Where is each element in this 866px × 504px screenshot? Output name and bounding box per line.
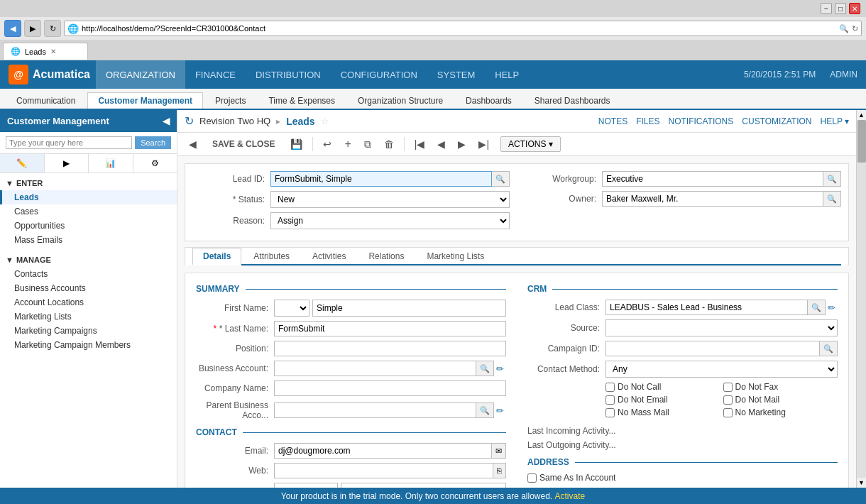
search-input[interactable] bbox=[6, 136, 132, 149]
email-input[interactable] bbox=[274, 443, 492, 459]
right-scrollbar[interactable]: ▲ ▼ bbox=[856, 110, 866, 488]
lead-class-lookup-icon[interactable]: 🔍 bbox=[808, 300, 826, 315]
help-dropdown-button[interactable]: HELP ▾ bbox=[821, 116, 849, 126]
module-nav-projects[interactable]: Projects bbox=[204, 92, 256, 109]
customization-button[interactable]: CUSTOMIZATION bbox=[742, 116, 811, 126]
minimize-button[interactable]: − bbox=[821, 3, 832, 14]
nav-item-configuration[interactable]: CONFIGURATION bbox=[331, 60, 427, 89]
phone1-type-select[interactable]: Business 1 bbox=[274, 483, 338, 488]
tab-marketing-lists[interactable]: Marketing Lists bbox=[416, 248, 495, 264]
no-mass-mail-checkbox[interactable] bbox=[605, 408, 615, 417]
module-nav-communication[interactable]: Communication bbox=[6, 92, 86, 109]
sidebar-section-manage-header[interactable]: ▼ MANAGE bbox=[0, 253, 177, 267]
web-open-icon[interactable]: ⎘ bbox=[493, 463, 506, 478]
module-nav-customer-management[interactable]: Customer Management bbox=[87, 92, 203, 109]
notifications-button[interactable]: NOTIFICATIONS bbox=[669, 116, 734, 126]
nav-item-finance[interactable]: FINANCE bbox=[185, 60, 246, 89]
workgroup-input[interactable] bbox=[602, 171, 823, 187]
breadcrumb-refresh-icon[interactable]: ↻ bbox=[185, 114, 194, 128]
web-input[interactable] bbox=[274, 463, 493, 478]
first-record-button[interactable]: |◀ bbox=[410, 136, 429, 152]
actions-button[interactable]: ACTIONS ▾ bbox=[500, 136, 561, 152]
maximize-button[interactable]: □ bbox=[835, 3, 846, 14]
activate-link[interactable]: Activate bbox=[555, 491, 586, 501]
sidebar-item-marketing-lists[interactable]: Marketing Lists bbox=[0, 309, 177, 324]
email-compose-icon[interactable]: ✉ bbox=[492, 443, 506, 459]
campaign-input[interactable] bbox=[605, 341, 820, 356]
save-close-button[interactable]: SAVE & CLOSE bbox=[205, 137, 282, 151]
contact-method-select[interactable]: Any bbox=[605, 361, 838, 378]
owner-lookup-icon[interactable]: 🔍 bbox=[823, 191, 841, 207]
add-button[interactable]: + bbox=[340, 136, 355, 153]
do-not-mail-checkbox[interactable] bbox=[723, 395, 733, 405]
sidebar-chart-icon[interactable]: 📊 bbox=[89, 154, 133, 172]
breadcrumb-star-icon[interactable]: ☆ bbox=[321, 116, 329, 126]
sidebar-item-marketing-campaign-members[interactable]: Marketing Campaign Members bbox=[0, 338, 177, 352]
tab-relations[interactable]: Relations bbox=[358, 248, 415, 264]
lead-id-lookup-icon[interactable]: 🔍 bbox=[492, 171, 510, 187]
sidebar-item-account-locations[interactable]: Account Locations bbox=[0, 295, 177, 309]
nav-item-system[interactable]: SYSTEM bbox=[427, 60, 485, 89]
refresh-button[interactable]: ↻ bbox=[44, 20, 61, 37]
close-button[interactable]: ✕ bbox=[849, 3, 860, 14]
owner-input[interactable] bbox=[602, 191, 823, 207]
address-bar[interactable] bbox=[82, 24, 836, 33]
same-as-account-checkbox[interactable] bbox=[527, 473, 537, 483]
reason-select[interactable]: Assign bbox=[270, 212, 510, 229]
lead-class-input[interactable] bbox=[605, 300, 808, 315]
prev-record-button[interactable]: ◀ bbox=[433, 136, 449, 152]
active-tab[interactable]: 🌐 Leads ✕ bbox=[3, 43, 88, 60]
do-not-fax-checkbox[interactable] bbox=[723, 383, 733, 392]
parent-business-lookup-icon[interactable]: 🔍 bbox=[476, 402, 494, 418]
sidebar-collapse-icon[interactable]: ◀ bbox=[163, 116, 170, 126]
sidebar-edit-icon[interactable]: ✏️ bbox=[0, 154, 45, 172]
parent-business-edit-icon[interactable]: ✏ bbox=[494, 405, 506, 416]
sidebar-item-contacts[interactable]: Contacts bbox=[0, 267, 177, 281]
scroll-up-button[interactable]: ▲ bbox=[857, 110, 866, 120]
copy-button[interactable]: ⧉ bbox=[360, 136, 376, 153]
nav-item-organization[interactable]: ORGANIZATION bbox=[96, 60, 185, 89]
sidebar-item-opportunities[interactable]: Opportunities bbox=[0, 219, 177, 233]
business-account-lookup-icon[interactable]: 🔍 bbox=[476, 361, 494, 376]
module-nav-org-structure[interactable]: Organization Structure bbox=[347, 92, 454, 109]
no-marketing-checkbox[interactable] bbox=[723, 408, 733, 417]
nav-item-distribution[interactable]: DISTRIBUTION bbox=[246, 60, 331, 89]
sidebar-item-cases[interactable]: Cases bbox=[0, 204, 177, 219]
tab-attributes[interactable]: Attributes bbox=[243, 248, 300, 264]
do-not-call-checkbox[interactable] bbox=[605, 383, 615, 392]
tab-close-icon[interactable]: ✕ bbox=[50, 48, 56, 55]
parent-business-input[interactable] bbox=[274, 402, 476, 418]
lead-id-input[interactable] bbox=[270, 171, 492, 187]
company-name-input[interactable] bbox=[274, 380, 506, 396]
sidebar-item-business-accounts[interactable]: Business Accounts bbox=[0, 281, 177, 295]
module-nav-time-expenses[interactable]: Time & Expenses bbox=[258, 92, 346, 109]
business-account-input[interactable] bbox=[274, 361, 476, 376]
tab-activities[interactable]: Activities bbox=[302, 248, 356, 264]
forward-button[interactable]: ▶ bbox=[24, 20, 41, 37]
scroll-thumb[interactable] bbox=[857, 120, 866, 163]
sidebar-play-icon[interactable]: ▶ bbox=[45, 154, 89, 172]
delete-button[interactable]: 🗑 bbox=[380, 136, 398, 152]
tab-details[interactable]: Details bbox=[192, 248, 241, 265]
do-not-email-checkbox[interactable] bbox=[605, 395, 615, 405]
nav-item-help[interactable]: HELP bbox=[485, 60, 529, 89]
workgroup-lookup-icon[interactable]: 🔍 bbox=[823, 171, 841, 187]
sidebar-item-marketing-campaigns[interactable]: Marketing Campaigns bbox=[0, 324, 177, 338]
next-record-button[interactable]: ▶ bbox=[454, 136, 470, 152]
position-input[interactable] bbox=[274, 341, 506, 356]
business-account-edit-icon[interactable]: ✏ bbox=[494, 363, 506, 374]
module-nav-dashboards[interactable]: Dashboards bbox=[455, 92, 522, 109]
files-button[interactable]: FILES bbox=[636, 116, 659, 126]
sidebar-gear-icon[interactable]: ⚙ bbox=[133, 154, 177, 172]
sidebar-section-enter-header[interactable]: ▼ ENTER bbox=[0, 176, 177, 190]
save-button[interactable]: 💾 bbox=[286, 136, 307, 152]
scroll-down-button[interactable]: ▼ bbox=[857, 478, 866, 488]
source-select[interactable] bbox=[605, 319, 838, 336]
firstname-prefix-select[interactable]: Mr. Ms. bbox=[274, 300, 309, 317]
back-nav-button[interactable]: ◀ bbox=[185, 136, 201, 152]
undo-button[interactable]: ↩ bbox=[319, 136, 336, 152]
phone1-input[interactable] bbox=[341, 483, 506, 488]
last-record-button[interactable]: ▶| bbox=[474, 136, 493, 152]
notes-button[interactable]: NOTES bbox=[598, 116, 627, 126]
lastname-input[interactable] bbox=[274, 321, 506, 336]
